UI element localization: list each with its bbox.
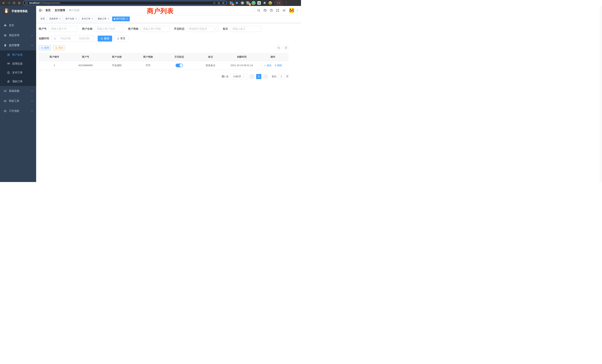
sidebar-item-system[interactable]: 系统管理 bbox=[0, 30, 36, 40]
goto-page-input[interactable]: 1 bbox=[278, 74, 285, 79]
goto-suffix: 页 bbox=[286, 75, 289, 78]
close-icon[interactable]: ✕ bbox=[75, 18, 77, 20]
sidebar-item-pay-order[interactable]: ¥ 支付订单 bbox=[0, 68, 36, 77]
extensions-puzzle-icon[interactable] bbox=[263, 1, 267, 5]
status-toggle[interactable] bbox=[175, 64, 183, 67]
chevron-down-icon bbox=[31, 34, 33, 36]
export-button[interactable]: 导出 bbox=[53, 45, 65, 50]
store-icon bbox=[7, 53, 10, 56]
browser-update-button[interactable]: 更新 bbox=[274, 1, 283, 5]
show-search-button[interactable] bbox=[276, 45, 281, 50]
github-icon[interactable] bbox=[263, 8, 267, 13]
bookmark-star-icon[interactable] bbox=[222, 1, 225, 5]
page-number-1[interactable]: 1 bbox=[256, 74, 261, 79]
red-annotation-title: 商户列表 bbox=[147, 7, 174, 15]
site-info-icon[interactable] bbox=[25, 1, 28, 5]
ext-pin-icon[interactable] bbox=[235, 1, 239, 5]
search-button[interactable]: 搜索 bbox=[98, 36, 112, 42]
tab-user-group[interactable]: 用户分组✕ bbox=[64, 17, 79, 21]
remark-input[interactable]: 请输入备注 bbox=[230, 26, 262, 32]
sidebar-item-merchant-info[interactable]: 商户信息 bbox=[0, 50, 36, 59]
tab-refund-order[interactable]: 退款订单✕ bbox=[96, 17, 111, 21]
breadcrumb-payment[interactable]: 支付管理 bbox=[55, 9, 65, 12]
page-size-select[interactable]: 10条/页 bbox=[230, 74, 248, 79]
prev-page-button[interactable] bbox=[249, 74, 255, 79]
share-icon[interactable] bbox=[217, 1, 221, 5]
search-icon[interactable] bbox=[257, 8, 261, 13]
ext-y-icon[interactable]: Y bbox=[252, 1, 255, 5]
close-icon[interactable]: ✕ bbox=[126, 18, 128, 20]
next-page-button[interactable] bbox=[263, 74, 268, 79]
create-time-label: 创建时间 bbox=[39, 37, 51, 40]
ext-command-icon[interactable]: ⌘ bbox=[241, 1, 244, 5]
close-icon[interactable]: ✕ bbox=[91, 18, 93, 20]
password-key-icon[interactable] bbox=[213, 1, 216, 5]
breadcrumb-home[interactable]: 首页 bbox=[45, 9, 51, 12]
help-icon[interactable] bbox=[269, 8, 274, 13]
app-logo-row[interactable]: 芋道管理系统 bbox=[0, 6, 36, 16]
tab-merchant-info[interactable]: 商户信息✕ bbox=[112, 17, 130, 21]
reload-icon[interactable] bbox=[12, 1, 16, 5]
ext-notify-icon[interactable]: 1 bbox=[246, 1, 250, 5]
table-row: 1 M233666999 芋道源码 芋艿 我是备注 2021-10-23 08:… bbox=[39, 61, 289, 70]
tab-process-form[interactable]: 流程表单✕ bbox=[47, 17, 63, 21]
ext-chat-icon[interactable] bbox=[257, 1, 261, 5]
chevron-down-icon bbox=[31, 90, 33, 92]
full-name-input[interactable]: 请输入商户全称 bbox=[95, 26, 124, 32]
grid-icon bbox=[7, 62, 10, 65]
active-dot bbox=[114, 18, 115, 20]
sidebar-item-home[interactable]: 首页 bbox=[0, 20, 36, 30]
chevron-down-icon bbox=[31, 100, 33, 102]
sidebar-item-refund-order[interactable]: 退款订单 bbox=[0, 77, 36, 86]
goto-label: 前往 bbox=[272, 75, 277, 78]
sidebar-item-app-info[interactable]: 应用信息 bbox=[0, 59, 36, 68]
back-icon[interactable] bbox=[1, 1, 6, 5]
sidebar-item-payment[interactable]: ¥ 支付管理 bbox=[0, 40, 36, 50]
browser-menu-icon[interactable] bbox=[285, 1, 288, 5]
reset-button[interactable]: 重置 bbox=[114, 36, 129, 42]
forward-icon[interactable] bbox=[7, 1, 11, 5]
browser-toolbar: localhost:1024/pay/merchant 10 ⌘ 1 Y 更新 bbox=[0, 0, 301, 6]
delete-link[interactable]: 删除 bbox=[275, 64, 282, 67]
merchant-no-label: 商户号 bbox=[39, 27, 49, 31]
ext-tabs-icon[interactable]: 10 bbox=[229, 1, 233, 5]
refresh-button[interactable] bbox=[283, 45, 289, 50]
font-size-icon[interactable]: тT bbox=[282, 8, 286, 13]
home-icon[interactable] bbox=[17, 1, 22, 5]
col-merchant-no: 商户号 bbox=[70, 53, 101, 61]
tab-pay-order[interactable]: 支付订单✕ bbox=[80, 17, 95, 21]
logo-image bbox=[3, 8, 9, 14]
close-icon[interactable]: ✕ bbox=[108, 18, 109, 20]
ext-emoji-icon[interactable] bbox=[268, 1, 272, 5]
table-header-row: 商户编号 商户号 商户全称 商户简称 开启状态 备注 创建时间 操作 bbox=[39, 53, 289, 61]
date-start-placeholder: 开始日期 bbox=[58, 37, 73, 40]
toolbox-icon bbox=[4, 109, 7, 113]
dashboard-icon bbox=[4, 24, 7, 27]
yen-circle-icon: ¥ bbox=[7, 71, 10, 74]
app-title: 芋道管理系统 bbox=[11, 10, 28, 13]
sidebar-item-infrastructure[interactable]: 基础设施 bbox=[0, 86, 36, 96]
extensions-row: 10 ⌘ 1 Y bbox=[229, 1, 272, 5]
url-text: localhost:1024/pay/merchant bbox=[29, 2, 212, 4]
status-select[interactable]: 请选择开启状态 bbox=[187, 26, 218, 32]
sidebar-item-workflow[interactable]: 工作流程 bbox=[0, 106, 36, 116]
col-full-name: 商户全称 bbox=[101, 53, 132, 61]
full-name-label: 商户全称 bbox=[82, 27, 95, 31]
date-range-picker[interactable]: 开始日期 - 结束日期 bbox=[51, 36, 94, 42]
merchant-no-input[interactable]: 请输入商户号 bbox=[49, 26, 78, 32]
close-icon[interactable]: ✕ bbox=[59, 18, 61, 20]
hamburger-icon[interactable] bbox=[39, 9, 43, 12]
sidebar-item-dev-tools[interactable]: 研发工具 bbox=[0, 96, 36, 106]
user-avatar[interactable] bbox=[289, 8, 294, 13]
fullscreen-icon[interactable] bbox=[275, 8, 280, 13]
add-button[interactable]: 新增 bbox=[39, 45, 51, 50]
tab-home[interactable]: 首页 bbox=[39, 17, 46, 21]
chevron-down-icon bbox=[31, 110, 33, 112]
col-status: 开启状态 bbox=[164, 53, 195, 61]
short-name-input[interactable]: 请输入商户简称 bbox=[141, 26, 170, 32]
edit-link[interactable]: 修改 bbox=[264, 64, 271, 67]
document-icon bbox=[7, 80, 10, 83]
caret-down-icon[interactable] bbox=[296, 9, 298, 12]
address-bar[interactable]: localhost:1024/pay/merchant bbox=[23, 1, 227, 5]
chevron-down-icon bbox=[214, 28, 216, 30]
